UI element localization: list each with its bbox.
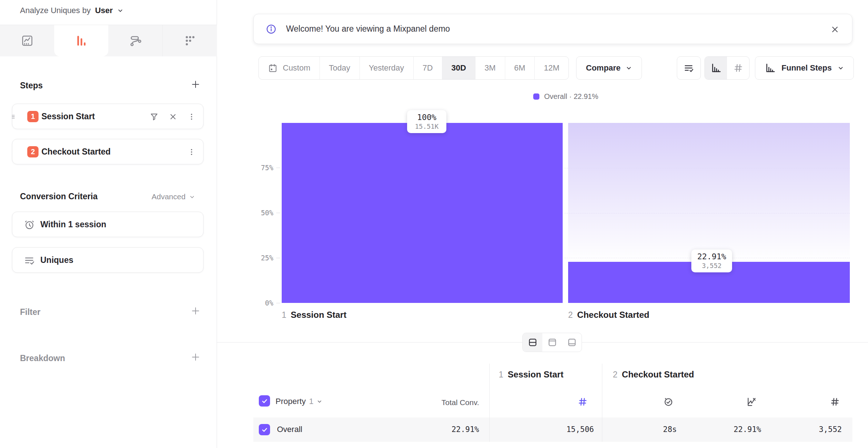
metric-uniques-button[interactable] bbox=[677, 56, 701, 80]
chart-type-dropdown[interactable]: Funnel Steps bbox=[755, 56, 854, 80]
y-axis-tick-label: 75% bbox=[248, 164, 273, 172]
conversion-window-label: Within 1 session bbox=[40, 220, 106, 229]
steps-section-title: Steps bbox=[20, 81, 43, 91]
conversion-criteria-title: Conversion Criteria bbox=[20, 192, 97, 201]
date-range-label: Yesterday bbox=[369, 63, 404, 73]
add-filter-button[interactable] bbox=[189, 305, 202, 317]
funnel-bar-session-start[interactable] bbox=[282, 123, 563, 303]
x-axis-step-label: 1 Session Start bbox=[282, 310, 346, 320]
row-checkbox[interactable] bbox=[259, 424, 270, 435]
table-row-overall[interactable]: Overall 22.91% 15,506 28s 22.91% 3,552 bbox=[253, 417, 852, 442]
group-name: Checkout Started bbox=[622, 369, 694, 380]
advanced-dropdown[interactable]: Advanced bbox=[152, 192, 195, 201]
remove-step-button[interactable] bbox=[168, 111, 178, 122]
chart-type-label: Funnel Steps bbox=[781, 63, 832, 73]
y-axis-tick-label: 25% bbox=[248, 254, 273, 262]
table-group-checkout-started: 2 Checkout Started bbox=[613, 369, 694, 380]
uniques-count-column-icon[interactable] bbox=[577, 396, 588, 407]
avg-time-column-icon[interactable] bbox=[663, 396, 674, 407]
layout-chart-only-button[interactable] bbox=[542, 333, 562, 352]
table-group-session-start: 1 Session Start bbox=[499, 369, 563, 380]
date-range-label: 3M bbox=[485, 63, 496, 73]
step-name: Session Start bbox=[291, 310, 346, 320]
conversion-rate-column-icon[interactable] bbox=[746, 396, 757, 407]
funnel-bars-icon bbox=[75, 34, 88, 47]
format-percent-bars-button[interactable] bbox=[705, 57, 727, 79]
list-check-icon bbox=[24, 255, 35, 266]
tab-flows[interactable] bbox=[108, 25, 162, 56]
bar-value-tooltip: 100% 15.51K bbox=[407, 110, 446, 133]
date-range-12m[interactable]: 12M bbox=[534, 57, 568, 79]
date-range-label: Custom bbox=[283, 63, 310, 73]
compare-label: Compare bbox=[586, 63, 620, 73]
retention-dots-icon bbox=[184, 34, 197, 47]
step-card-session-start[interactable]: 1 Session Start bbox=[12, 104, 204, 129]
add-breakdown-button[interactable] bbox=[189, 351, 202, 363]
counting-method-card[interactable]: Uniques bbox=[12, 247, 204, 273]
step-card-checkout-started[interactable]: 2 Checkout Started bbox=[12, 139, 204, 164]
layout-split-button[interactable] bbox=[523, 333, 542, 352]
counting-method-label: Uniques bbox=[40, 255, 73, 265]
uniques-count-column-icon[interactable] bbox=[829, 396, 840, 407]
bar-count-label: 3,552 bbox=[697, 262, 727, 269]
date-range-today[interactable]: Today bbox=[320, 57, 359, 79]
panel-layout-toggle bbox=[522, 333, 582, 352]
property-label: Property bbox=[276, 397, 306, 406]
report-type-tabbar bbox=[0, 25, 217, 56]
cell-conversion-rate: 22.91% bbox=[681, 425, 761, 434]
date-range-custom[interactable]: Custom bbox=[259, 57, 320, 79]
conversion-window-card[interactable]: Within 1 session bbox=[12, 212, 204, 237]
y-axis-tick-label: 50% bbox=[248, 209, 273, 217]
bar-value-tooltip: 22.91% 3,552 bbox=[691, 249, 732, 272]
insights-icon bbox=[21, 34, 34, 47]
date-range-picker: Custom Today Yesterday 7D 30D 3M 6M 12M bbox=[258, 56, 569, 80]
bar-chart-axis-icon bbox=[711, 63, 722, 73]
row-name: Overall bbox=[277, 425, 302, 434]
layout-table-only-button[interactable] bbox=[562, 333, 582, 352]
total-conv-column-header: Total Conv. bbox=[400, 398, 479, 407]
tab-funnels[interactable] bbox=[54, 25, 108, 56]
add-step-button[interactable] bbox=[189, 78, 202, 91]
tab-insights[interactable] bbox=[0, 25, 54, 56]
step-options-kebab-icon[interactable] bbox=[186, 111, 197, 122]
step-options-kebab-icon[interactable] bbox=[186, 147, 197, 157]
tab-retention[interactable] bbox=[162, 25, 217, 56]
property-column-header[interactable]: Property 1 bbox=[276, 397, 322, 406]
chart-legend[interactable]: Overall · 22.91% bbox=[282, 92, 850, 101]
cell-session-start-uniques: 15,506 bbox=[514, 425, 594, 434]
date-range-3m[interactable]: 3M bbox=[475, 57, 505, 79]
legend-label: Overall · 22.91% bbox=[544, 92, 598, 101]
step-label: Checkout Started bbox=[41, 147, 110, 157]
date-range-30d[interactable]: 30D bbox=[442, 57, 475, 79]
alarm-clock-icon bbox=[24, 219, 35, 231]
dropoff-gradient bbox=[568, 123, 850, 262]
date-range-6m[interactable]: 6M bbox=[505, 57, 535, 79]
group-number: 1 bbox=[499, 370, 503, 380]
close-icon[interactable] bbox=[829, 24, 840, 35]
date-range-label: 7D bbox=[423, 63, 433, 73]
group-name: Session Start bbox=[508, 369, 563, 380]
step-label: Session Start bbox=[41, 112, 95, 121]
query-sidebar: Analyze Uniques by User bbox=[0, 0, 217, 448]
y-axis-tick bbox=[276, 213, 280, 213]
y-axis-tick bbox=[276, 168, 280, 168]
filter-step-button[interactable] bbox=[149, 111, 160, 122]
bar-percent-label: 100% bbox=[413, 113, 441, 122]
info-icon bbox=[266, 24, 277, 35]
table-column-divider bbox=[602, 364, 602, 442]
date-range-yesterday[interactable]: Yesterday bbox=[359, 57, 413, 79]
flows-icon bbox=[129, 34, 142, 47]
cell-avg-time-to-convert: 28s bbox=[597, 425, 677, 434]
filter-section-title: Filter bbox=[20, 307, 40, 317]
cell-total-conv: 22.91% bbox=[399, 425, 479, 434]
date-range-label: 6M bbox=[514, 63, 526, 73]
analyze-uniques-selector[interactable]: Analyze Uniques by User bbox=[20, 6, 124, 15]
compare-button[interactable]: Compare bbox=[576, 56, 642, 80]
select-all-checkbox[interactable] bbox=[259, 395, 270, 407]
drag-handle-icon[interactable] bbox=[9, 113, 17, 121]
step-number: 2 bbox=[568, 310, 573, 320]
group-number: 2 bbox=[613, 370, 618, 380]
format-number-button[interactable] bbox=[727, 57, 749, 79]
value-format-toggle bbox=[704, 56, 750, 80]
date-range-7d[interactable]: 7D bbox=[413, 57, 442, 79]
